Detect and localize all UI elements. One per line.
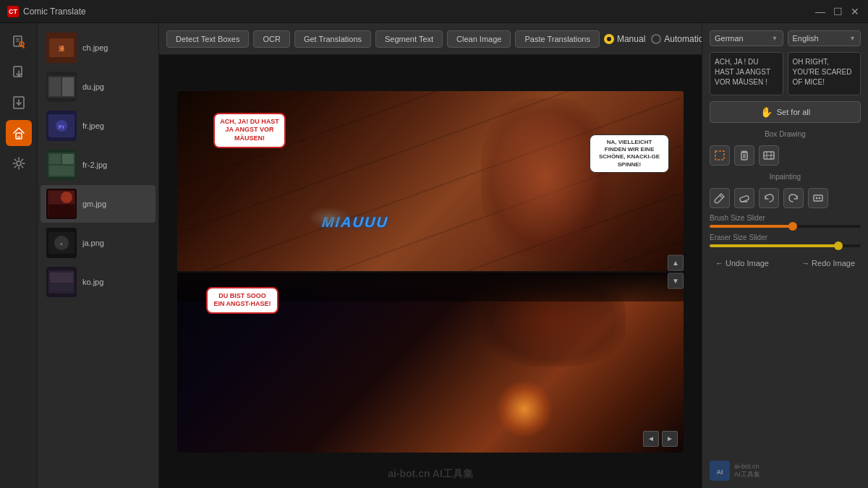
speech-bubble-2: NA, VIELLEICHT FINDEN WIR EINE SCHÖNE, K… [590,134,669,174]
file-name-fr: fr.jpeg [82,121,104,130]
delete-box-icon[interactable] [734,145,754,166]
svg-rect-17 [49,77,61,96]
inpainting-tools [710,188,861,208]
scroll-controls: ▲ ▼ [668,254,684,288]
brush-size-thumb[interactable] [788,222,797,231]
scroll-down-arrow[interactable]: ▼ [668,273,684,288]
redo-image-button[interactable]: → Redo Image [796,256,861,270]
source-text-box[interactable]: ACH, JA ! DU HAST JA ANGST VOR MÄUSEN ! [710,52,783,95]
panel-2: DU BIST SOOO EIN ANGST-HASE! [177,273,684,453]
brush-icon[interactable] [710,188,730,208]
target-lang-label: English [793,34,819,43]
undo-redo-row: ← Undo Image → Redo Image [710,256,861,270]
set-for-all-label: Set for all [777,108,810,116]
redo-icon[interactable] [783,188,804,208]
sidebar-save-icon[interactable] [6,90,32,116]
file-item-fr2[interactable]: fr-2.jpg [41,146,156,184]
paste-translations-button[interactable]: Paste Translations [515,30,600,48]
svg-rect-40 [50,284,73,291]
brush-size-fill [710,225,793,228]
mode-manual[interactable]: Manual [604,34,645,44]
source-lang-label: German [715,34,744,43]
sidebar-export-icon[interactable] [6,59,32,85]
file-name-du: du.jpg [82,82,104,91]
file-list: 漫 ch.jpeg du.jpg Fr fr.jpeg fr-2.jpg [38,23,159,488]
eraser-size-thumb[interactable] [834,241,843,250]
window-controls: — ☐ ✕ [814,6,861,17]
close-button[interactable]: ✕ [849,6,861,17]
inpainting-label: Inpainting [710,173,861,181]
sidebar-settings-icon[interactable] [6,150,32,176]
set-for-all-button[interactable]: ✋ Set for all [710,101,861,123]
svg-point-53 [816,197,818,200]
target-lang-select[interactable]: English ▼ [788,30,861,46]
eraser-size-track[interactable] [710,244,861,247]
mode-automatic-label: Automatic [664,34,702,44]
file-item-ja[interactable]: ● ja.png [41,224,156,262]
mask-icon[interactable] [808,188,828,208]
file-name-ch: ch.jpeg [82,43,108,52]
svg-rect-25 [49,154,61,164]
svg-rect-27 [49,166,74,176]
ocr-button[interactable]: OCR [253,30,289,48]
branding: AI ai-bot.cn AI工具集 [710,455,861,481]
brush-size-track[interactable] [710,225,861,228]
file-thumb-fr: Fr [46,111,77,141]
watermark: ai-bot.cn AI工具集 [388,468,473,481]
file-item-fr[interactable]: Fr fr.jpeg [41,107,156,145]
get-translations-button[interactable]: Get Translations [294,30,371,48]
file-item-ko[interactable]: ko.jpg [41,263,156,301]
brush-size-slider-row: Brush Size Slider [710,214,861,228]
titlebar-left: CT Comic Translate [7,6,86,17]
mode-automatic-radio[interactable] [651,34,661,44]
file-item-ch[interactable]: 漫 ch.jpeg [41,29,156,67]
mode-automatic[interactable]: Automatic [651,34,702,44]
minimize-button[interactable]: — [814,6,826,17]
undo-image-button[interactable]: ← Undo Image [710,256,775,270]
target-text-box[interactable]: OH RIGHT, YOU'RE SCARED OF MICE! [788,52,861,95]
svg-rect-42 [741,153,747,160]
svg-text:●: ● [60,241,64,247]
file-thumb-ko [46,267,77,297]
app-icon: CT [7,6,19,17]
file-thumb-fr2 [46,150,77,180]
sidebar-home-icon[interactable] [6,120,32,146]
nav-arrows: ◄ ► [643,431,678,447]
svg-text:AI: AI [717,468,723,476]
titlebar: CT Comic Translate — ☐ ✕ [0,0,868,23]
undo-icon[interactable] [759,188,779,208]
svg-rect-39 [50,273,73,283]
sidebar-new-icon[interactable] [6,29,32,55]
toolbar: Detect Text Boxes OCR Get Translations S… [159,23,702,55]
detect-boxes-button[interactable]: Detect Text Boxes [166,30,249,48]
nav-right-arrow[interactable]: ► [662,431,678,447]
speech-bubble-3: DU BIST SOOO EIN ANGST-HASE! [206,287,278,314]
mode-manual-radio[interactable] [604,34,614,44]
hand-icon: ✋ [760,106,773,118]
svg-point-32 [61,192,72,203]
nav-left-arrow[interactable]: ◄ [643,431,659,447]
file-item-gm[interactable]: gm.jpg [41,185,156,223]
file-thumb-gm [46,189,77,219]
branding-logo: AI [710,461,730,481]
svg-rect-31 [48,205,75,218]
draw-box-icon[interactable] [710,145,730,166]
panel-1: MIAUUU ACH, JA! DU HAST JA ANGST VOR MÄU… [177,91,684,271]
translation-row: ACH, JA ! DU HAST JA ANGST VOR MÄUSEN ! … [710,52,861,95]
eraser-icon[interactable] [734,188,754,208]
file-name-ko: ko.jpg [82,278,103,286]
segment-text-button[interactable]: Segment Text [375,30,443,48]
box-drawing-tools [710,145,861,166]
settings-box-icon[interactable] [759,145,779,166]
source-lang-select[interactable]: German ▼ [710,30,783,46]
image-canvas[interactable]: MIAUUU ACH, JA! DU HAST JA ANGST VOR MÄU… [159,55,702,488]
file-name-gm: gm.jpg [82,200,106,208]
maximize-button[interactable]: ☐ [832,6,843,17]
clean-image-button[interactable]: Clean Image [447,30,511,48]
comic-area: MIAUUU ACH, JA! DU HAST JA ANGST VOR MÄU… [177,91,684,453]
box-drawing-label: Box Drawing [710,130,861,138]
scroll-up-arrow[interactable]: ▲ [668,254,684,270]
file-item-du[interactable]: du.jpg [41,68,156,106]
mode-manual-label: Manual [617,34,645,44]
main-layout: 漫 ch.jpeg du.jpg Fr fr.jpeg fr-2.jpg [0,23,868,488]
